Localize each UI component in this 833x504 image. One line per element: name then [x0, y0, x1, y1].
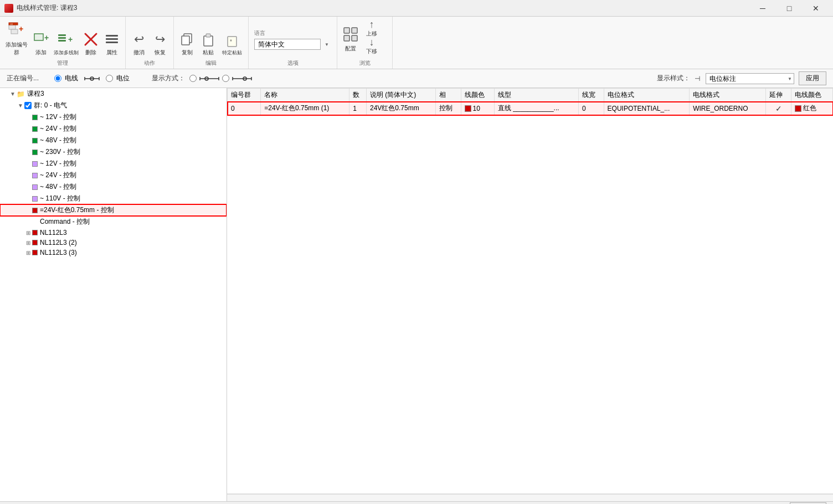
cell-numbering-group: 0: [228, 102, 261, 115]
wire-color-number: 10: [473, 105, 480, 112]
cell-wire-format: WIRE_ORDERNO: [690, 102, 766, 115]
cell-wire-type: 直线 ___________...: [494, 102, 578, 115]
display-radio1[interactable]: [189, 75, 197, 82]
tree-item-7[interactable]: ~ 48V - 控制: [0, 181, 227, 193]
item11-label: NL112L3: [40, 229, 67, 236]
col-terminal-format: 电位格式: [604, 89, 690, 102]
svg-rect-1: [11, 29, 18, 34]
display-label: 显示方式：: [152, 74, 185, 83]
svg-rect-20: [228, 37, 236, 47]
radio-potential-label[interactable]: 电位: [116, 74, 130, 83]
sub-toolbar: 正在编号... 电线 电位 显示方式：: [0, 69, 833, 88]
tree-item-8[interactable]: ~ 110V - 控制: [0, 193, 227, 204]
item12-label: NL112L3 (2): [40, 239, 77, 246]
radio-group: 电线 电位: [54, 74, 130, 83]
svg-rect-23: [352, 28, 357, 33]
group0-label: 群: 0 - 电气: [34, 101, 67, 110]
display-radio2[interactable]: [222, 75, 229, 82]
tree-item-12[interactable]: ⊞ NL112L3 (2): [0, 238, 227, 248]
undo-button[interactable]: ↩ 撤消: [129, 29, 149, 58]
ribbon-group-options: 语言 简体中文 English 繁體中文 选项: [249, 17, 337, 69]
redo-button[interactable]: ↪ 恢复: [150, 29, 170, 58]
ribbon-group-action: ↩ 撤消 ↪ 恢复 动作: [126, 17, 174, 69]
cell-extension: ✓: [766, 102, 791, 115]
window-controls: ─ □ ✕: [750, 0, 829, 17]
paste-button[interactable]: 粘贴: [198, 29, 218, 58]
tree-group-0[interactable]: ▼ 群: 0 - 电气: [0, 100, 227, 111]
item5-expand: [24, 161, 32, 167]
data-table: 编号群 名称 数 说明 (简体中文) 相 线颜色 线型 线宽 电位格式 电线格式…: [227, 88, 833, 115]
add-group-label: 添加编号群: [4, 41, 29, 56]
tree-item-9[interactable]: =24V-红色0.75mm - 控制: [0, 204, 227, 216]
display-style-select[interactable]: 电位标注 线号标注: [706, 73, 794, 84]
item5-color: [32, 161, 38, 167]
item6-label: ~ 24V - 控制: [40, 171, 76, 180]
down-label: 下移: [366, 48, 377, 55]
cell-wire-color: 10: [461, 102, 494, 115]
group0-expand-icon: ▼: [17, 102, 24, 109]
svg-rect-17: [182, 36, 189, 45]
table-row[interactable]: 0 =24V-红色0.75mm (1) 1 24V红色0.75mm 控制 10 …: [228, 102, 833, 115]
col-wire-format: 电线格式: [690, 89, 766, 102]
item2-expand: [24, 126, 32, 132]
item9-expand: [24, 207, 32, 213]
cell-terminal-format: EQUIPOTENTIAL_...: [604, 102, 690, 115]
svg-rect-15: [106, 42, 118, 43]
tree-item-10[interactable]: Command - 控制: [0, 216, 227, 228]
delete-button[interactable]: 删除: [81, 29, 101, 58]
item9-color: [32, 208, 38, 213]
tree-root[interactable]: ▼ 📁 课程3: [0, 88, 227, 100]
radio-wire[interactable]: [54, 75, 61, 82]
cell-description: 24V红色0.75mm: [366, 102, 435, 115]
properties-button[interactable]: 属性: [102, 29, 122, 58]
tree-item-13[interactable]: ⊞ NL112L3 (3): [0, 248, 227, 258]
display-icon1: [199, 75, 220, 83]
svg-rect-25: [352, 35, 357, 41]
root-label: 课程3: [27, 89, 44, 99]
radio-potential[interactable]: [106, 75, 113, 82]
tree-item-6[interactable]: ~ 24V - 控制: [0, 169, 227, 181]
minimize-button[interactable]: ─: [750, 0, 775, 17]
config-button[interactable]: 配置: [341, 23, 361, 54]
paste-label: 粘贴: [203, 49, 214, 56]
root-expand-icon: ▼: [9, 91, 17, 97]
ribbon-group-action-items: ↩ 撤消 ↪ 恢复: [129, 19, 170, 58]
wire-color-cell: 10: [465, 105, 491, 112]
wire-display-icon1: [84, 75, 100, 83]
item8-color: [32, 196, 38, 202]
item12-color: [32, 240, 38, 245]
apply-button[interactable]: 应用: [799, 71, 826, 85]
group0-checkbox[interactable]: [24, 102, 32, 109]
ribbon-group-manage: 123 + 添加编号群 + 添加: [0, 17, 126, 69]
add-button[interactable]: + 添加: [31, 29, 51, 58]
table-scroll[interactable]: 编号群 名称 数 说明 (简体中文) 相 线颜色 线型 线宽 电位格式 电线格式…: [227, 88, 833, 493]
add-group-button[interactable]: 123 + 添加编号群: [3, 19, 30, 58]
tree-item-11[interactable]: ⊞ NL112L3: [0, 228, 227, 238]
item4-label: ~ 230V - 控制: [40, 147, 80, 157]
wire-color2-swatch: [795, 105, 801, 112]
add-label: 添加: [35, 49, 47, 56]
cell-count: 1: [349, 102, 367, 115]
paste-special-button[interactable]: * 特定粘贴: [219, 29, 245, 58]
tree-item-4[interactable]: ~ 230V - 控制: [0, 146, 227, 158]
radio-wire-label[interactable]: 电线: [65, 74, 78, 83]
add-multi-button[interactable]: + 添加多线制: [52, 29, 80, 58]
item3-color: [32, 138, 38, 143]
svg-rect-22: [344, 28, 349, 33]
add-multi-label: 添加多线制: [52, 49, 80, 56]
maximize-button[interactable]: □: [777, 0, 802, 17]
lang-select[interactable]: 简体中文 English 繁體中文: [254, 39, 321, 50]
ribbon-manage-label: 管理: [3, 58, 122, 69]
up-button[interactable]: ↑ 上移: [362, 21, 382, 37]
down-button[interactable]: ↓ 下移: [362, 39, 382, 54]
tree-item-2[interactable]: ~ 24V - 控制: [0, 123, 227, 135]
lang-select-wrap: 简体中文 English 繁體中文: [254, 39, 331, 50]
tree-item-3[interactable]: ~ 48V - 控制: [0, 135, 227, 146]
close-button[interactable]: ✕: [803, 0, 829, 17]
table-hscroll[interactable]: [227, 493, 833, 501]
tree-item-5[interactable]: ~ 12V - 控制: [0, 158, 227, 169]
copy-button[interactable]: 复制: [177, 29, 197, 58]
item3-label: ~ 48V - 控制: [40, 136, 76, 145]
tree-item-1[interactable]: ~ 12V - 控制: [0, 111, 227, 123]
paste-icon: [200, 32, 216, 47]
